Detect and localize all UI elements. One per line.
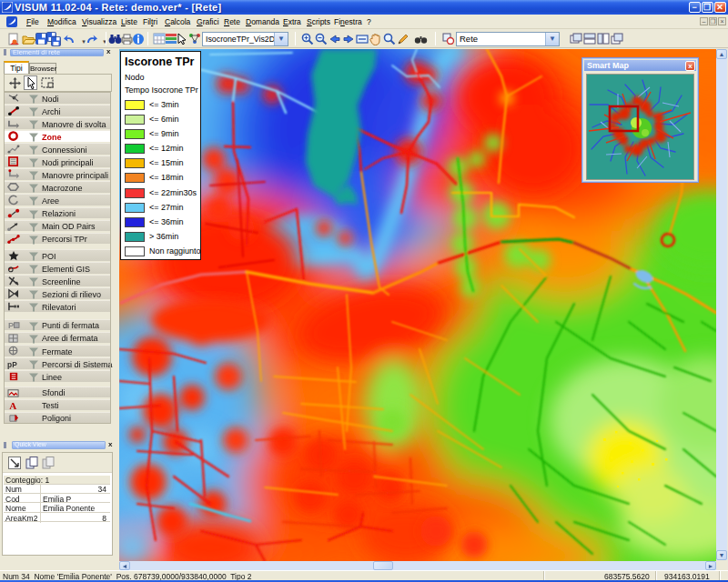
svg-text:A: A bbox=[9, 400, 16, 411]
svg-text:pP: pP bbox=[7, 360, 17, 369]
svg-text:P: P bbox=[8, 321, 14, 330]
